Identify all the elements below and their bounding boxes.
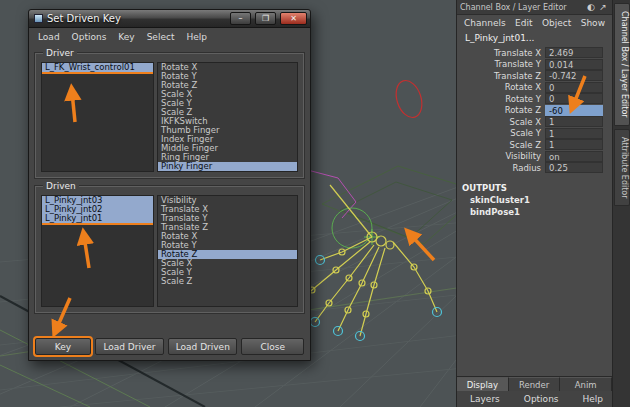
channel-box-header-icons: ◐↗ bbox=[585, 2, 609, 12]
dialog-menubar: LoadOptionsKeySelectHelp bbox=[29, 28, 310, 45]
channel-row-visibility: Visibilityon bbox=[457, 151, 612, 163]
tab-display[interactable]: Display bbox=[457, 377, 509, 391]
channel-value-rotate-x[interactable]: 0 bbox=[545, 82, 603, 93]
load-driver-button[interactable]: Load Driver bbox=[95, 338, 164, 355]
channel-label: Visibility bbox=[457, 151, 545, 161]
channel-row-rotate-z: Rotate Z-60 bbox=[457, 105, 612, 117]
editor-tabs: DisplayRenderAnim bbox=[457, 376, 612, 391]
channel-row-rotate-x: Rotate X0 bbox=[457, 82, 612, 94]
channel-label: Rotate Z bbox=[457, 105, 545, 115]
channel-row-scale-x: Scale X1 bbox=[457, 116, 612, 128]
driven-group-label: Driven bbox=[43, 181, 79, 191]
layer-menu-options[interactable]: Options bbox=[519, 393, 564, 405]
channel-label: Scale Z bbox=[457, 140, 545, 150]
driver-group: Driver L_FK_Wrist_control01 Rotate XRota… bbox=[35, 53, 304, 178]
output-node-skincluster1[interactable]: skinCluster1 bbox=[457, 194, 612, 206]
maya-screen: Set Driven Key – ❐ ✕ LoadOptionsKeySelec… bbox=[0, 0, 630, 407]
panel-side-tabs: Channel Box / Layer EditorAttribute Edit… bbox=[612, 0, 630, 407]
driven-object-item[interactable]: L_Pinky_jnt01 bbox=[42, 214, 153, 223]
outputs-section: OUTPUTS skinCluster1bindPose1 bbox=[457, 174, 612, 218]
key-button[interactable]: Key bbox=[35, 338, 91, 355]
outputs-label: OUTPUTS bbox=[457, 182, 612, 194]
channel-value-rotate-y[interactable]: 0 bbox=[545, 93, 603, 104]
channelbox-menu-object[interactable]: Object bbox=[542, 18, 571, 28]
side-tab-channel-box-layer-editor[interactable]: Channel Box / Layer Editor bbox=[614, 3, 630, 126]
channel-label: Rotate Y bbox=[457, 94, 545, 104]
channelbox-menu-edit[interactable]: Edit bbox=[515, 18, 532, 28]
channel-label: Translate Z bbox=[457, 71, 545, 81]
channel-value-translate-z[interactable]: -0.742 bbox=[545, 70, 603, 81]
channel-label: Radius bbox=[457, 163, 545, 173]
output-node-bindpose1[interactable]: bindPose1 bbox=[457, 206, 612, 218]
tab-anim[interactable]: Anim bbox=[560, 377, 612, 391]
layer-menu-layers[interactable]: Layers bbox=[465, 393, 505, 405]
dialog-menu-help[interactable]: Help bbox=[181, 31, 212, 43]
channel-label: Scale X bbox=[457, 117, 545, 127]
driver-object-item[interactable]: L_FK_Wrist_control01 bbox=[42, 63, 153, 72]
channel-label: Rotate X bbox=[457, 82, 545, 92]
driver-objects-list[interactable]: L_FK_Wrist_control01 bbox=[41, 62, 154, 172]
channel-value-radius[interactable]: 0.25 bbox=[545, 162, 603, 173]
channel-row-translate-z: Translate Z-0.742 bbox=[457, 70, 612, 82]
channel-label: Translate Y bbox=[457, 59, 545, 69]
set-driven-key-dialog: Set Driven Key – ❐ ✕ LoadOptionsKeySelec… bbox=[28, 9, 311, 361]
driven-group: Driven L_Pinky_jnt03L_Pinky_jnt02L_Pinky… bbox=[35, 186, 304, 313]
channel-list: Translate X2.469Translate Y0.014Translat… bbox=[457, 47, 612, 174]
channel-value-rotate-z[interactable]: -60 bbox=[545, 105, 603, 116]
dialog-menu-key[interactable]: Key bbox=[113, 31, 139, 43]
driver-group-label: Driver bbox=[43, 48, 77, 58]
channel-box-panel: Channel Box / Layer Editor ◐↗ ChannelsEd… bbox=[456, 0, 612, 407]
maximize-icon[interactable]: ❐ bbox=[255, 12, 276, 25]
tab-render[interactable]: Render bbox=[509, 377, 561, 391]
channel-row-translate-x: Translate X2.469 bbox=[457, 47, 612, 59]
channel-row-translate-y: Translate Y0.014 bbox=[457, 59, 612, 71]
driven-objects-list[interactable]: L_Pinky_jnt03L_Pinky_jnt02L_Pinky_jnt01 bbox=[41, 195, 154, 307]
driver-lists: L_FK_Wrist_control01 Rotate XRotate YRot… bbox=[41, 62, 298, 172]
dialog-menu-load[interactable]: Load bbox=[33, 31, 65, 43]
channel-row-radius: Radius0.25 bbox=[457, 162, 612, 174]
channel-label: Translate X bbox=[457, 48, 545, 58]
side-tab-attribute-editor[interactable]: Attribute Editor bbox=[614, 129, 630, 207]
channel-value-scale-x[interactable]: 1 bbox=[545, 116, 603, 127]
channel-value-scale-z[interactable]: 1 bbox=[545, 139, 603, 150]
channel-value-translate-y[interactable]: 0.014 bbox=[545, 59, 603, 70]
channel-row-rotate-y: Rotate Y0 bbox=[457, 93, 612, 105]
channel-box-menubar: ChannelsEditObjectShow bbox=[457, 15, 612, 30]
channel-box-title: Channel Box / Layer Editor bbox=[460, 3, 585, 12]
dialog-app-icon bbox=[34, 14, 43, 23]
channel-box-header: Channel Box / Layer Editor ◐↗ bbox=[457, 0, 612, 15]
channel-label: Scale Y bbox=[457, 128, 545, 138]
selected-object-name: L_Pinky_jnt01... bbox=[457, 30, 612, 46]
dialog-buttons: KeyLoad DriverLoad DrivenClose bbox=[35, 338, 304, 355]
minimize-icon[interactable]: – bbox=[230, 12, 251, 25]
driven-lists: L_Pinky_jnt03L_Pinky_jnt02L_Pinky_jnt01 … bbox=[41, 195, 298, 307]
dialog-menu-select[interactable]: Select bbox=[142, 31, 180, 43]
channel-value-translate-x[interactable]: 2.469 bbox=[545, 47, 603, 58]
dialog-titlebar[interactable]: Set Driven Key – ❐ ✕ bbox=[29, 10, 310, 28]
dialog-menu-options[interactable]: Options bbox=[67, 31, 112, 43]
channelbox-menu-channels[interactable]: Channels bbox=[464, 18, 506, 28]
driven-attributes-list[interactable]: VisibilityTranslate XTranslate YTranslat… bbox=[157, 195, 298, 307]
channelbox-menu-show[interactable]: Show bbox=[581, 18, 605, 28]
close-button[interactable]: Close bbox=[241, 338, 304, 355]
channel-row-scale-y: Scale Y1 bbox=[457, 128, 612, 140]
driven-objects-group: L_Pinky_jnt03L_Pinky_jnt02L_Pinky_jnt01 bbox=[42, 196, 153, 223]
driver-attr-pinky-finger[interactable]: Pinky Finger bbox=[158, 162, 297, 171]
driver-attributes-list[interactable]: Rotate XRotate YRotate ZScale XScale YSc… bbox=[157, 62, 298, 172]
layer-editor-menubar: LayersOptionsHelp bbox=[457, 391, 612, 407]
dialog-title: Set Driven Key bbox=[47, 13, 226, 24]
close-icon[interactable]: ✕ bbox=[280, 12, 307, 25]
load-driven-button[interactable]: Load Driven bbox=[168, 338, 237, 355]
channel-row-scale-z: Scale Z1 bbox=[457, 139, 612, 151]
layer-menu-help[interactable]: Help bbox=[578, 393, 609, 405]
outputs-list: skinCluster1bindPose1 bbox=[457, 194, 612, 218]
panel-popout-icon[interactable]: ↗ bbox=[597, 2, 609, 12]
channel-value-scale-y[interactable]: 1 bbox=[545, 128, 603, 139]
driven-attr-scale-z[interactable]: Scale Z bbox=[158, 277, 297, 286]
panel-toggle-icon[interactable]: ◐ bbox=[585, 2, 597, 12]
channel-box-bottom: DisplayRenderAnim LayersOptionsHelp bbox=[457, 376, 612, 407]
channel-value-visibility[interactable]: on bbox=[545, 151, 603, 162]
